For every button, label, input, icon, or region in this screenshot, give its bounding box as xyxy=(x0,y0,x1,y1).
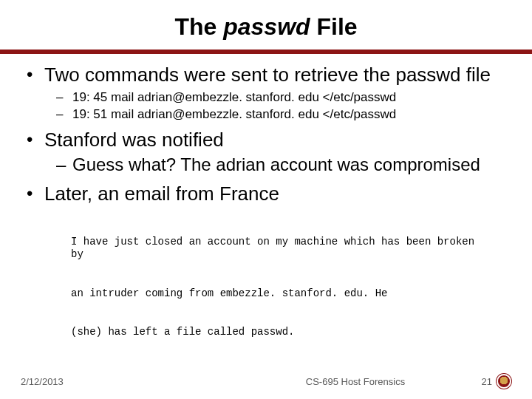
bullet-level1: • Later, an email from France xyxy=(27,183,505,205)
bullet-level2: – Guess what? The adrian account was com… xyxy=(27,154,505,176)
bullet-text: 19: 45 mail adrian@embezzle. stanford. e… xyxy=(72,89,505,105)
bullet-level2: – 19: 51 mail adrian@embezzle. stanford.… xyxy=(27,106,505,122)
bullet-dot-icon: • xyxy=(27,64,44,85)
bullet-dash-icon: – xyxy=(56,89,72,105)
bullet-dash-icon: – xyxy=(56,106,72,122)
bullet-text: Later, an email from France xyxy=(44,183,505,205)
bullet-text: Stanford was notified xyxy=(44,129,505,151)
slide-footer: 2/12/2013 CS-695 Host Forensics 21 xyxy=(0,374,532,389)
bullet-level1: • Stanford was notified xyxy=(27,129,505,151)
bullet-dot-icon: • xyxy=(27,183,44,204)
code-line: I have just closed an account on my mach… xyxy=(71,236,491,262)
title-pre: The xyxy=(174,13,223,40)
code-line: an intruder coming from embezzle. stanfo… xyxy=(71,287,491,301)
bullet-text: 19: 51 mail adrian@embezzle. stanford. e… xyxy=(72,106,505,122)
stanford-seal-icon xyxy=(497,374,511,389)
bullet-dot-icon: • xyxy=(27,129,44,150)
bullet-dash-icon: – xyxy=(56,154,72,176)
slide-content: • Two commands were sent to retrieve the… xyxy=(0,54,532,365)
code-block: I have just closed an account on my mach… xyxy=(27,210,505,365)
bullet-level1: • Two commands were sent to retrieve the… xyxy=(27,64,505,86)
bullet-text: Guess what? The adrian account was compr… xyxy=(72,154,505,176)
footer-page-number: 21 xyxy=(482,376,492,387)
footer-date: 2/12/2013 xyxy=(21,376,244,387)
bullet-level2: – 19: 45 mail adrian@embezzle. stanford.… xyxy=(27,89,505,105)
bullet-text: Two commands were sent to retrieve the p… xyxy=(44,64,505,86)
footer-course: CS-695 Host Forensics xyxy=(244,376,467,387)
slide-title: The passwd File xyxy=(0,0,532,50)
title-italic: passwd xyxy=(223,13,310,40)
code-line: (she) has left a file called passwd. xyxy=(71,326,491,339)
title-post: File xyxy=(310,13,358,40)
